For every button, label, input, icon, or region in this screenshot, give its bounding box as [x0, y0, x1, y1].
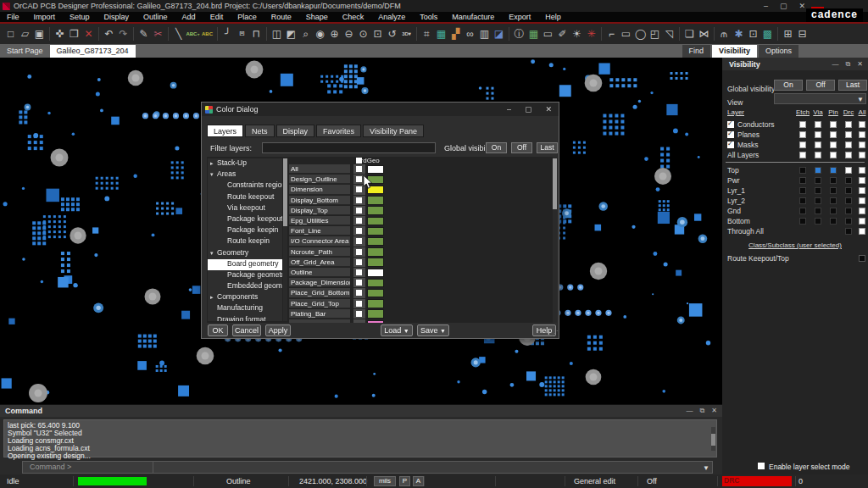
- undo-icon[interactable]: ↶: [102, 26, 116, 42]
- menu-file[interactable]: File: [7, 13, 19, 21]
- visibility-cell-pin[interactable]: [830, 187, 837, 194]
- visibility-cell-etch[interactable]: [799, 218, 806, 225]
- tree-item-route-keepout[interactable]: Route keepout: [208, 192, 282, 203]
- tree-item-embedded-geometry[interactable]: Embedded geometry: [208, 281, 282, 292]
- dialog-global-last-button[interactable]: Last: [537, 142, 558, 153]
- command-float-icon[interactable]: ⧉: [700, 407, 705, 415]
- class-subclass-link[interactable]: Class/Subclass (user selected): [722, 241, 868, 249]
- layer-color-swatch[interactable]: [367, 237, 384, 247]
- visibility-cell-drc[interactable]: [845, 197, 852, 204]
- layer-visibility-checkbox[interactable]: [356, 301, 362, 307]
- dialog-resize-grip[interactable]: ⋰: [551, 330, 558, 337]
- minimize-icon[interactable]: –: [764, 2, 768, 10]
- visibility-cell-all[interactable]: [859, 121, 865, 128]
- dialog-tab-nets[interactable]: Nets: [245, 125, 275, 137]
- layer-visibility-checkbox[interactable]: [356, 186, 362, 192]
- tree-expanded-arrow-icon[interactable]: ▾: [210, 250, 217, 257]
- cancel-button[interactable]: Cancel: [232, 324, 261, 336]
- menu-manufacture[interactable]: Manufacture: [452, 13, 494, 21]
- info-icon[interactable]: ⓘ: [512, 26, 526, 42]
- maximize-icon[interactable]: ▢: [780, 2, 787, 10]
- menu-outline[interactable]: Outline: [143, 13, 168, 21]
- menu-setup[interactable]: Setup: [70, 13, 90, 21]
- visibility-cell-etch[interactable]: [799, 177, 806, 184]
- dialog-tab-layers[interactable]: Layers: [207, 125, 243, 137]
- visibility-cell-all[interactable]: [859, 197, 865, 204]
- panel-float-icon[interactable]: ⧉: [846, 60, 851, 69]
- visibility-cell-etch[interactable]: [799, 208, 806, 214]
- visibility-cell-pin[interactable]: [830, 197, 837, 204]
- apply-button[interactable]: Apply: [265, 324, 291, 336]
- list-scrollbar[interactable]: [553, 157, 557, 323]
- tree-item-package-keepin[interactable]: Package keepin: [208, 225, 282, 236]
- menu-display[interactable]: Display: [104, 13, 130, 21]
- visibility-cell-all[interactable]: [859, 208, 865, 214]
- panel-minimize-icon[interactable]: —: [832, 60, 839, 69]
- layer-color-swatch[interactable]: [367, 299, 384, 308]
- units-button[interactable]: mils: [374, 476, 396, 486]
- zoom-points-icon[interactable]: ⌕: [298, 26, 313, 42]
- visibility-cell-etch[interactable]: [799, 187, 806, 194]
- tree-item-components[interactable]: ▸Components: [208, 292, 282, 303]
- enable-layer-select-checkbox[interactable]: [758, 463, 765, 469]
- tree-item-areas[interactable]: ▾Areas: [208, 169, 282, 180]
- tree-item-package-keepout[interactable]: Package keepout: [208, 214, 282, 225]
- visibility-cell-all[interactable]: [859, 187, 865, 194]
- layer-color-swatch[interactable]: [367, 206, 384, 215]
- enable-layer-select-row[interactable]: Enable layer select mode: [758, 463, 849, 471]
- slide-icon[interactable]: ✂: [151, 26, 165, 42]
- visibility-cell-all[interactable]: [859, 228, 865, 235]
- copy-icon[interactable]: ❐: [67, 26, 81, 42]
- pin-gear-icon[interactable]: ✱: [732, 26, 746, 42]
- zoom-world-icon[interactable]: ⊙: [356, 26, 370, 42]
- padstack-icon[interactable]: ▥: [477, 26, 492, 42]
- panel-tab-options[interactable]: Options: [759, 45, 798, 58]
- layer-group-checkbox[interactable]: [727, 141, 734, 148]
- redraw-icon[interactable]: ↺: [385, 26, 399, 42]
- shape-rect-icon[interactable]: ▭: [619, 26, 633, 42]
- new-file-icon[interactable]: □: [3, 26, 18, 42]
- visibility-cell-drc[interactable]: [845, 228, 852, 235]
- visibility-cell-via[interactable]: [815, 197, 821, 204]
- menu-help[interactable]: Help: [545, 13, 561, 21]
- visibility-cell-pin[interactable]: [830, 177, 837, 184]
- shape-arc-icon[interactable]: ⌐: [604, 26, 619, 42]
- tree-item-via-keepout[interactable]: Via keepout: [208, 203, 282, 214]
- dialog-tab-display[interactable]: Display: [276, 125, 315, 137]
- custom-smooth-icon[interactable]: ⊓: [249, 26, 264, 42]
- visibility-cell-via[interactable]: [815, 208, 821, 214]
- panel-tab-visibility[interactable]: Visibility: [712, 45, 757, 58]
- visibility-cell-drc[interactable]: [845, 141, 852, 148]
- menu-analyze[interactable]: Analyze: [378, 13, 405, 21]
- dialog-maximize-icon[interactable]: ▢: [525, 105, 532, 114]
- grid-toggle-icon[interactable]: ⌗: [420, 26, 434, 42]
- visibility-cell-etch[interactable]: [799, 167, 806, 174]
- global-visibility-off-button[interactable]: Off: [806, 80, 835, 91]
- layer-visibility-checkbox[interactable]: [356, 166, 362, 172]
- tree-expanded-arrow-icon[interactable]: ▾: [210, 171, 217, 178]
- zoom-in-icon[interactable]: ⊕: [327, 26, 342, 42]
- visibility-cell-pin[interactable]: [830, 131, 837, 138]
- column-header-via[interactable]: Via: [813, 108, 822, 116]
- tree-item-package-geometry[interactable]: Package geometry: [208, 270, 282, 281]
- assign-color-icon[interactable]: ▦: [526, 26, 541, 42]
- command-minimize-icon[interactable]: —: [687, 407, 693, 415]
- move-icon[interactable]: ✜: [53, 26, 67, 42]
- visibility-cell-pin[interactable]: [830, 152, 837, 158]
- mirror-icon[interactable]: ⋈: [697, 26, 711, 42]
- layer-color-swatch[interactable]: [367, 165, 384, 175]
- tree-item-stack-up[interactable]: ▸Stack-Up: [208, 158, 282, 169]
- edit-text-icon[interactable]: ABC: [200, 26, 214, 42]
- command-scrollbar[interactable]: [711, 427, 715, 451]
- visibility-cell-via[interactable]: [815, 187, 821, 194]
- layer-color-swatch[interactable]: [367, 175, 384, 185]
- layer-color-swatch[interactable]: [367, 186, 384, 195]
- visibility-cell-pin[interactable]: [830, 121, 837, 128]
- add-pin-icon[interactable]: ⊞: [781, 26, 795, 42]
- package-icon[interactable]: ⊟: [795, 26, 810, 42]
- column-header-drc[interactable]: Drc: [843, 108, 854, 116]
- visibility-cell-all[interactable]: [859, 255, 865, 262]
- add-connect-icon[interactable]: ╯: [220, 26, 235, 42]
- visibility-cell-drc[interactable]: [845, 131, 852, 138]
- visibility-cell-via[interactable]: [815, 121, 821, 128]
